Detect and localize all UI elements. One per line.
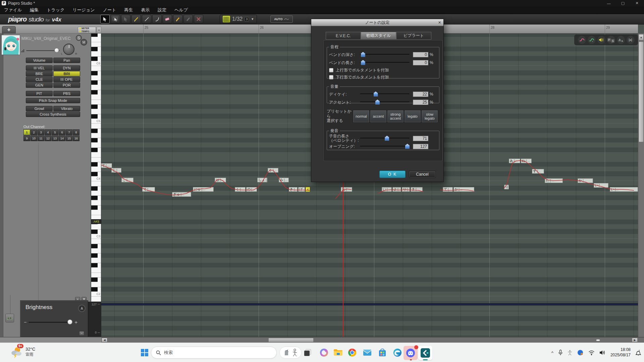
note[interactable]: の[…: [246, 187, 257, 192]
dialog-close-button[interactable]: ✕: [437, 20, 442, 25]
start-button[interactable]: [139, 347, 150, 358]
channel-14-button[interactable]: 14: [59, 135, 65, 141]
pbs-button[interactable]: PBS: [53, 91, 80, 96]
note[interactable]: ぎゅ[…: [172, 192, 191, 197]
phoneme-display-icon[interactable]: [a]: [627, 36, 635, 44]
param-plus-label[interactable]: ＋: [73, 319, 78, 325]
black-key[interactable]: [91, 277, 98, 282]
channel-13-button[interactable]: 13: [52, 135, 58, 141]
param-minus-label[interactable]: −: [24, 319, 26, 325]
maximize-button[interactable]: ▢: [616, 0, 630, 6]
setting-slider[interactable]: [360, 146, 410, 147]
note[interactable]: き[…: [289, 187, 298, 192]
preset-accent-button[interactable]: accent: [370, 110, 387, 123]
channel-12-button[interactable]: 12: [45, 135, 51, 141]
pitch-snap-mode-button[interactable]: Pitch Snap Mode: [26, 98, 80, 103]
channel-2-button[interactable]: 2: [31, 129, 37, 135]
search-box[interactable]: 検索: [151, 347, 277, 359]
line-tool-button[interactable]: [142, 15, 151, 23]
channel-15-button[interactable]: 15: [66, 135, 72, 141]
dialog-tab-3[interactable]: ビブラート: [396, 32, 431, 40]
setting-slider[interactable]: [360, 102, 410, 103]
select-gray-tool-button[interactable]: [121, 15, 130, 23]
black-key[interactable]: [91, 287, 98, 292]
select-tool-button[interactable]: [100, 15, 110, 23]
black-key[interactable]: [91, 186, 98, 191]
note[interactable]: く[…: [235, 187, 246, 192]
preset-normal-button[interactable]: normal: [353, 110, 370, 123]
menu-編集[interactable]: 編集: [26, 6, 43, 14]
horizontal-scrollbar[interactable]: ◀ ▶: [101, 337, 644, 343]
black-key[interactable]: [91, 128, 98, 133]
wifi-icon[interactable]: [588, 350, 595, 355]
black-key[interactable]: [91, 90, 98, 95]
eraser-tool-button[interactable]: [163, 15, 172, 23]
snap-settings[interactable]: 1/32 3 ▼: [220, 15, 257, 23]
black-key[interactable]: [91, 205, 98, 210]
microphone-icon[interactable]: [558, 350, 563, 356]
channel-10-button[interactable]: 10: [31, 135, 37, 141]
pen-gray-tool-button[interactable]: [183, 15, 193, 23]
delete-tool-button[interactable]: [194, 15, 203, 23]
note[interactable]: み[…: [279, 178, 289, 182]
select-marquee-tool-button[interactable]: [111, 15, 120, 23]
copilot-icon[interactable]: [318, 347, 330, 358]
growl-button[interactable]: Growl: [26, 106, 53, 111]
channel-1-button[interactable]: 1: [23, 129, 30, 135]
note[interactable]: す[…: [532, 169, 544, 174]
notification-bell-icon[interactable]: z: [635, 349, 641, 356]
ps-display-icon[interactable]: PS: [607, 36, 615, 44]
black-key[interactable]: [91, 71, 98, 75]
pencil-tool-button[interactable]: [131, 15, 141, 23]
ok-button[interactable]: O K: [379, 171, 406, 178]
dialog-titlebar[interactable]: ノートの設定 ✕: [311, 19, 443, 26]
channel-3-button[interactable]: 3: [38, 129, 44, 135]
pan-knob[interactable]: [63, 44, 74, 55]
weather-widget[interactable]: 9+ 32°C 雷雨: [10, 346, 35, 358]
param-slider-thumb[interactable]: [67, 319, 72, 324]
channel-11-button[interactable]: 11: [38, 135, 44, 141]
desktop-mascot-widget[interactable]: [279, 347, 302, 359]
meter-tempo-button[interactable]: METER TEMPO: [78, 27, 96, 33]
value-field[interactable]: 71: [413, 136, 428, 141]
value-field[interactable]: 127: [413, 144, 428, 149]
bri-button[interactable]: BRI: [53, 71, 80, 76]
black-key[interactable]: [91, 263, 98, 267]
black-key[interactable]: [91, 195, 98, 200]
scroll-up-button[interactable]: ▲: [639, 34, 644, 40]
portamento-checkbox[interactable]: [329, 75, 333, 79]
note[interactable]: て[…: [443, 187, 453, 192]
channel-6-button[interactable]: 6: [59, 129, 65, 135]
slider-thumb[interactable]: [375, 100, 380, 105]
channel-16-button[interactable]: 16: [73, 135, 79, 141]
pit-button[interactable]: PIT: [26, 91, 53, 96]
black-key[interactable]: [91, 172, 98, 176]
tray-clock[interactable]: 18:08 2025/08/17: [610, 347, 631, 358]
cross-synthesis-button[interactable]: Cross Synthesis: [26, 112, 80, 117]
black-key[interactable]: [91, 47, 98, 51]
menu-ノート[interactable]: ノート: [99, 6, 120, 14]
black-key[interactable]: [91, 253, 98, 258]
vel-button[interactable]: VEL: [26, 65, 53, 71]
note[interactable]: う[…: [268, 168, 278, 173]
tray-chevron-icon[interactable]: ^: [551, 350, 553, 355]
speaker-icon[interactable]: [599, 350, 606, 355]
setting-slider[interactable]: [360, 54, 410, 55]
black-key[interactable]: [91, 80, 98, 85]
add-track-tab[interactable]: +: [2, 26, 16, 34]
portamento-checkbox[interactable]: [329, 68, 333, 72]
por-button[interactable]: POR: [53, 82, 80, 88]
note[interactable]: しょ[…: [257, 178, 267, 182]
note[interactable]: こ[…: [121, 178, 133, 182]
vertical-scroll-thumb[interactable]: [639, 42, 644, 142]
black-key[interactable]: [91, 138, 98, 142]
black-key[interactable]: [91, 104, 98, 109]
accessibility-icon[interactable]: [568, 350, 572, 356]
close-button[interactable]: ✕: [630, 0, 644, 6]
menu-表示[interactable]: 表示: [137, 6, 154, 14]
menu-トラック[interactable]: トラック: [43, 6, 68, 14]
ope-button[interactable]: OPE: [53, 77, 80, 82]
black-key[interactable]: [91, 162, 98, 167]
channel-7-button[interactable]: 7: [66, 129, 72, 135]
note[interactable]: い[…: [610, 187, 638, 192]
